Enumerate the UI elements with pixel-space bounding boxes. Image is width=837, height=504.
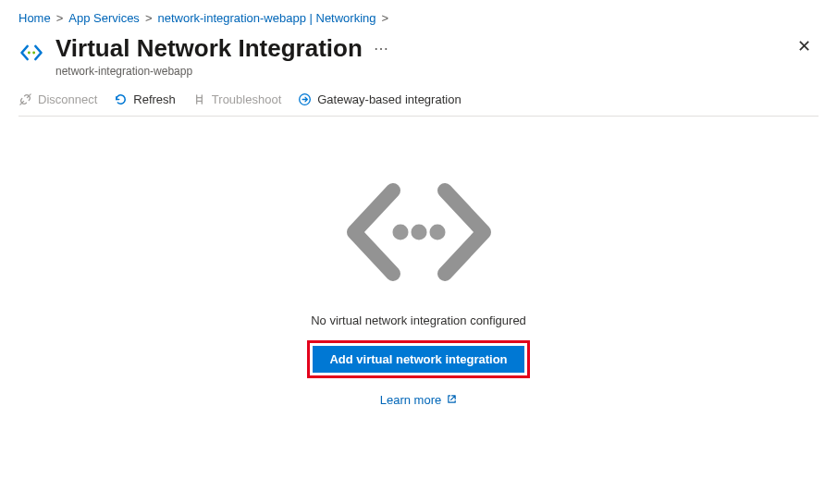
troubleshoot-button: Troubleshoot — [192, 92, 281, 106]
chevron-right-icon: > — [145, 11, 153, 25]
vnet-illustration-icon — [326, 167, 511, 297]
page-subtitle: network-integration-webapp — [55, 65, 779, 78]
arrow-right-circle-icon — [298, 92, 312, 106]
empty-state-message: No virtual network integration configure… — [311, 313, 526, 327]
breadcrumb-networking[interactable]: network-integration-webapp | Networking — [157, 11, 375, 25]
close-button[interactable]: ✕ — [790, 34, 819, 58]
refresh-label: Refresh — [133, 92, 176, 106]
svg-point-5 — [429, 225, 445, 240]
command-bar: Disconnect Refresh Troubleshoot Gateway-… — [18, 85, 819, 117]
empty-state: No virtual network integration configure… — [18, 117, 819, 407]
page-title: Virtual Network Integration — [55, 34, 363, 63]
chevron-right-icon: > — [382, 11, 389, 25]
gateway-integration-button[interactable]: Gateway-based integration — [298, 92, 461, 106]
vnet-integration-icon — [18, 40, 44, 66]
gateway-integration-label: Gateway-based integration — [317, 92, 461, 106]
breadcrumb: Home > App Services > network-integratio… — [18, 7, 819, 34]
disconnect-label: Disconnect — [38, 92, 97, 106]
svg-point-1 — [32, 52, 35, 55]
svg-point-3 — [392, 225, 408, 240]
disconnect-icon — [18, 92, 32, 106]
troubleshoot-icon — [192, 92, 206, 106]
add-vnet-integration-button[interactable]: Add virtual network integration — [313, 346, 523, 373]
breadcrumb-app-services[interactable]: App Services — [68, 11, 140, 25]
refresh-button[interactable]: Refresh — [114, 92, 176, 106]
svg-point-4 — [411, 225, 426, 240]
learn-more-link[interactable]: Learn more — [380, 393, 457, 407]
learn-more-label: Learn more — [380, 393, 441, 407]
svg-point-0 — [28, 52, 31, 55]
troubleshoot-label: Troubleshoot — [212, 92, 281, 106]
chevron-right-icon: > — [56, 11, 64, 25]
breadcrumb-home[interactable]: Home — [18, 11, 51, 25]
more-actions-button[interactable]: ⋯ — [374, 40, 390, 57]
refresh-icon — [114, 92, 128, 106]
page-header: Virtual Network Integration ⋯ network-in… — [18, 34, 819, 85]
disconnect-button: Disconnect — [18, 92, 97, 106]
external-link-icon — [447, 393, 457, 407]
highlight-annotation: Add virtual network integration — [307, 340, 529, 378]
